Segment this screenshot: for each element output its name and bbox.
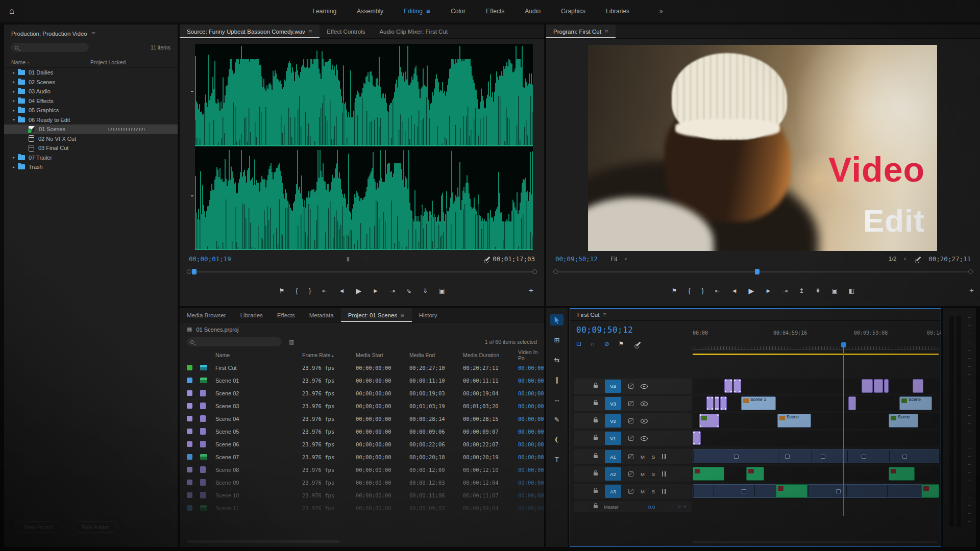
hand-tool[interactable]: ❨	[550, 434, 564, 445]
row-name[interactable]: Scene 11	[215, 505, 302, 511]
sync-lock-icon[interactable]	[628, 401, 633, 406]
table-row[interactable]: Scene 0323.976 fps00;00;00;0000;01;03;19…	[180, 399, 544, 412]
drag-audio-icon[interactable]: ⁙	[363, 256, 368, 262]
timeline-clip[interactable]	[862, 379, 873, 393]
workspace-tab-effects[interactable]: Effects	[486, 8, 504, 15]
header-Media Start[interactable]: Media Start	[356, 352, 409, 358]
button-editor-plus[interactable]: +	[529, 286, 974, 294]
sync-lock-icon[interactable]	[628, 471, 633, 477]
audio-waveform[interactable]	[195, 44, 533, 250]
label-color-swatch[interactable]	[187, 403, 192, 409]
audio-clip-strip[interactable]	[693, 449, 939, 463]
timeline-clip[interactable]	[699, 414, 719, 428]
lock-icon[interactable]	[594, 419, 598, 422]
source-scrub-bar[interactable]	[187, 268, 537, 276]
program-tab[interactable]: Program: First Cut≣	[546, 24, 616, 38]
tab-effect-controls[interactable]: Effect Controls	[320, 24, 372, 38]
tree-expander-icon[interactable]: ▸	[11, 165, 16, 169]
track-target-a2[interactable]: A2	[605, 467, 621, 481]
column-project-locked[interactable]: Project Locked	[90, 59, 126, 65]
fit-sequence-icon[interactable]: ⊢⊣	[678, 505, 685, 509]
marker-icon[interactable]: ⚑	[619, 340, 624, 347]
track-target-v2[interactable]: V2	[605, 414, 621, 428]
sync-lock-icon[interactable]	[628, 436, 633, 441]
horizontal-scrollbar[interactable]	[187, 540, 340, 543]
column-name[interactable]: Name ↑	[11, 59, 29, 65]
settings-wrench-icon[interactable]	[635, 341, 641, 346]
timeline-clip[interactable]: Scene	[777, 414, 811, 428]
mute-button[interactable]: M	[641, 471, 645, 477]
sync-lock-icon[interactable]	[628, 384, 633, 389]
tree-item-06-ready-to-edit[interactable]: ▾06 Ready to Edit	[4, 115, 178, 125]
solo-button[interactable]: S	[652, 471, 655, 477]
workspace-menu-icon[interactable]: ≣	[426, 9, 430, 14]
zoom-level-select[interactable]: Fit∨	[611, 256, 627, 262]
track-target-a3[interactable]: A3	[605, 485, 621, 498]
timeline-ruler[interactable]: 00;0000;04;59;1600;09;59;0800;14	[693, 330, 940, 353]
tree-expander-icon[interactable]: ▾	[11, 117, 16, 122]
ripple-edit-tool[interactable]: ⇆	[550, 354, 564, 365]
track-output-eye-icon[interactable]	[641, 419, 648, 423]
table-row[interactable]: Scene 0723.976 fps00;00;00;0000;00;20;18…	[180, 450, 544, 463]
tree-expander-icon[interactable]: ▸	[11, 108, 16, 113]
header-Frame Rate[interactable]: Frame Rate ▴	[302, 352, 356, 358]
track-target-v4[interactable]: V4	[605, 380, 621, 393]
tab-metadata[interactable]: Metadata	[302, 308, 341, 322]
tree-item-04-effects[interactable]: ▸04 Effects	[4, 96, 178, 106]
tree-item-03-audio[interactable]: ▸03 Audio	[4, 87, 178, 96]
label-color-swatch[interactable]	[187, 467, 192, 472]
table-row[interactable]: Scene 0523.976 fps00;00;00;0000;00;09;06…	[180, 425, 544, 438]
track-select-forward-tool[interactable]: ⊞	[550, 334, 564, 345]
label-color-swatch[interactable]	[187, 416, 192, 421]
marker-button[interactable]: ⚑	[279, 288, 285, 294]
production-search-input[interactable]	[11, 43, 89, 52]
track-output-eye-icon[interactable]	[641, 384, 648, 389]
workspace-tab-editing[interactable]: Editing≣	[404, 8, 430, 15]
source-patch-a1[interactable]: A1	[570, 450, 570, 463]
row-name[interactable]: Scene 07	[215, 454, 302, 460]
workspace-tab-graphics[interactable]: Graphics	[561, 8, 585, 15]
timeline-scrollbar[interactable]	[693, 541, 938, 543]
program-scrub-bar[interactable]	[553, 268, 973, 276]
tab-libraries[interactable]: Libraries	[233, 308, 270, 322]
table-row[interactable]: Scene 0123.976 fps00;00;00;0000;00;11;10…	[180, 374, 544, 387]
timeline-clip[interactable]	[693, 431, 701, 445]
track-target-v3[interactable]: V3	[605, 397, 621, 410]
lock-icon[interactable]	[594, 505, 598, 508]
mark-out-button[interactable]: }	[309, 288, 311, 294]
lock-icon[interactable]	[594, 472, 598, 475]
master-gain[interactable]: 0.0	[648, 504, 655, 510]
timeline-clip[interactable]	[706, 396, 714, 410]
source-playhead[interactable]	[192, 269, 197, 274]
track-target-v1[interactable]: V1	[605, 432, 621, 445]
tree-expander-icon[interactable]: ▸	[11, 80, 16, 84]
tree-expander-icon[interactable]: ▸	[11, 98, 16, 103]
label-color-swatch[interactable]	[187, 492, 192, 498]
poster-frame-icon[interactable]: ▮	[347, 256, 350, 262]
table-row[interactable]: Scene 0623.976 fps00;00;00;0000;00;22;06…	[180, 438, 544, 450]
grid-view-icon[interactable]: ▦	[187, 326, 192, 333]
audio-clip[interactable]	[776, 484, 807, 498]
row-name[interactable]: Scene 02	[215, 390, 302, 396]
tree-item-01-scenes[interactable]: 01 Scenes	[4, 124, 178, 134]
solo-button[interactable]: S	[652, 489, 655, 494]
timeline-clip[interactable]	[724, 379, 732, 393]
sync-lock-icon[interactable]	[628, 418, 633, 423]
step-back-button[interactable]: ◄	[338, 288, 345, 294]
settings-wrench-icon[interactable]	[916, 256, 921, 261]
program-video-frame[interactable]: Video Edit	[588, 45, 937, 251]
mute-button[interactable]: M	[641, 489, 645, 494]
project-search-input[interactable]	[187, 337, 282, 346]
lock-icon[interactable]	[594, 402, 598, 405]
tree-item-02-no-vfx-cut[interactable]: 02 No VFX Cut	[4, 134, 178, 144]
export-frame-button[interactable]: ▣	[439, 288, 445, 294]
tree-expander-icon[interactable]: ▸	[11, 89, 16, 94]
tab-effects[interactable]: Effects	[270, 308, 302, 322]
mark-in-button[interactable]: {	[296, 288, 298, 294]
tree-expander-icon[interactable]: ▸	[11, 155, 16, 160]
pen-tool[interactable]: ✎	[550, 414, 564, 425]
row-name[interactable]: Scene 04	[215, 416, 302, 422]
header-Video In Po[interactable]: Video In Po	[518, 349, 544, 361]
lock-icon[interactable]	[594, 455, 598, 458]
selection-tool[interactable]	[550, 314, 564, 325]
